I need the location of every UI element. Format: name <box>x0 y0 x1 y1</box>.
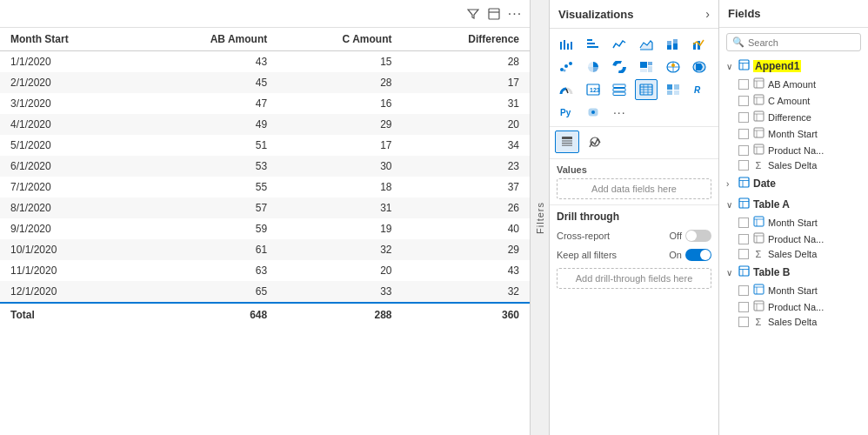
viz-line-chart-icon[interactable] <box>608 34 631 55</box>
total-c: 288 <box>277 303 402 326</box>
drill-add-field-btn[interactable]: Add drill-through fields here <box>557 268 711 289</box>
field-group-name: Date <box>753 177 776 190</box>
field-item[interactable]: Product Na... <box>723 231 865 247</box>
table-row: 12/1/2020653332 <box>0 281 530 303</box>
field-checkbox[interactable] <box>738 160 749 171</box>
table-cell: 9/1/2020 <box>0 218 140 239</box>
field-checkbox[interactable] <box>738 96 749 106</box>
field-checkbox[interactable] <box>738 234 749 244</box>
field-group-header[interactable]: ›Date <box>723 174 865 193</box>
field-item[interactable]: ΣSales Delta <box>723 315 865 329</box>
field-group: ∨Append1AB AmountC AmountDifferenceMonth… <box>723 57 865 172</box>
viz-bar-chart-icon[interactable] <box>555 34 578 55</box>
table-cell: 20 <box>277 260 402 281</box>
field-type-icon: Σ <box>752 249 765 259</box>
svg-rect-41 <box>674 90 679 95</box>
field-item[interactable]: Month Start <box>723 282 865 298</box>
cross-report-toggle[interactable]: Off <box>670 230 711 242</box>
viz-r-icon[interactable]: R <box>688 79 711 100</box>
drill-through-title: Drill through <box>557 211 711 223</box>
table-cell: 28 <box>403 51 531 73</box>
viz-multirow-card-icon[interactable] <box>608 79 631 100</box>
table-cell: 61 <box>140 239 278 260</box>
table-row: 4/1/2020492920 <box>0 114 530 135</box>
field-item[interactable]: Product Na... <box>723 142 865 158</box>
viz-expand-arrow[interactable]: › <box>705 7 710 21</box>
viz-matrix-icon[interactable] <box>662 79 684 100</box>
table-cell: 29 <box>403 239 531 260</box>
viz-analytics-icon[interactable] <box>583 130 607 153</box>
viz-python-icon[interactable]: Py <box>555 102 578 123</box>
viz-pie-icon[interactable] <box>582 57 604 77</box>
field-item[interactable]: Difference <box>723 109 865 125</box>
svg-rect-11 <box>673 39 678 44</box>
more-options-icon[interactable]: ··· <box>507 6 523 22</box>
viz-gauge-icon[interactable] <box>555 79 578 100</box>
expand-icon[interactable] <box>486 6 502 22</box>
viz-scatter-icon[interactable] <box>555 57 578 77</box>
fields-search-box[interactable]: 🔍 <box>726 33 861 51</box>
viz-add-field-btn[interactable]: Add data fields here <box>557 178 711 199</box>
viz-paint-icon[interactable] <box>555 130 579 153</box>
filter-icon[interactable] <box>465 6 481 22</box>
field-group-header[interactable]: ∨Append1 <box>723 57 865 76</box>
viz-column-chart-icon[interactable] <box>582 34 604 55</box>
field-checkbox[interactable] <box>738 129 749 139</box>
table-row: 6/1/2020533023 <box>0 156 530 177</box>
field-item[interactable]: Month Start <box>723 214 865 231</box>
field-group-name: Append1 <box>753 60 801 72</box>
table-cell: 23 <box>403 156 531 177</box>
viz-combo-chart-icon[interactable] <box>688 34 711 55</box>
cross-report-track[interactable] <box>685 230 711 242</box>
search-icon: 🔍 <box>732 37 744 48</box>
field-item-name: Product Na... <box>768 234 824 244</box>
svg-rect-63 <box>754 128 764 137</box>
viz-stacked-bar-icon[interactable] <box>662 34 684 55</box>
field-checkbox[interactable] <box>738 112 749 123</box>
field-group-header[interactable]: ∨Table B <box>723 263 865 282</box>
viz-map-icon[interactable] <box>662 57 684 77</box>
field-item[interactable]: Product Na... <box>723 298 865 315</box>
table-cell: 40 <box>403 218 531 239</box>
field-checkbox[interactable] <box>738 218 749 228</box>
viz-more-icon[interactable]: ··· <box>608 102 631 123</box>
svg-rect-75 <box>754 217 764 226</box>
svg-rect-0 <box>489 9 499 19</box>
viz-table-icon[interactable] <box>635 79 658 100</box>
table-cell: 32 <box>403 281 531 303</box>
field-checkbox[interactable] <box>738 317 749 327</box>
viz-filled-map-icon[interactable] <box>688 57 711 77</box>
field-item[interactable]: C Amount <box>723 92 865 109</box>
field-checkbox[interactable] <box>738 145 749 156</box>
table-panel: ··· Month Start AB Amount C Amount Diffe… <box>0 0 531 435</box>
keep-filters-toggle[interactable]: On <box>669 249 711 261</box>
field-checkbox[interactable] <box>738 302 749 312</box>
viz-treemap-icon[interactable] <box>635 57 658 77</box>
table-cell: 10/1/2020 <box>0 239 140 260</box>
viz-ai-icon[interactable] <box>582 102 604 123</box>
field-type-icon <box>752 284 765 297</box>
field-checkbox[interactable] <box>738 285 749 296</box>
table-cell: 17 <box>277 135 402 156</box>
field-item[interactable]: ΣSales Delta <box>723 247 865 261</box>
field-item[interactable]: Month Start <box>723 125 865 142</box>
viz-card-icon[interactable]: 123 <box>582 79 604 100</box>
field-group-header[interactable]: ∨Table A <box>723 195 865 214</box>
filters-strip[interactable]: Filters <box>531 0 550 435</box>
fields-search-input[interactable] <box>748 37 855 48</box>
table-cell: 8/1/2020 <box>0 197 140 218</box>
table-row: 11/1/2020632043 <box>0 260 530 281</box>
field-checkbox[interactable] <box>738 79 749 90</box>
svg-rect-66 <box>754 144 764 154</box>
svg-rect-29 <box>613 84 625 88</box>
field-item-name: Sales Delta <box>768 160 817 171</box>
field-checkbox[interactable] <box>738 249 749 259</box>
keep-filters-track[interactable] <box>685 249 711 261</box>
field-item[interactable]: ΣSales Delta <box>723 158 865 172</box>
viz-area-chart-icon[interactable] <box>635 34 658 55</box>
viz-donut-icon[interactable] <box>608 57 631 77</box>
table-cell: 55 <box>140 177 278 197</box>
field-item[interactable]: AB Amount <box>723 76 865 92</box>
table-row: 9/1/2020591940 <box>0 218 530 239</box>
table-cell: 6/1/2020 <box>0 156 140 177</box>
